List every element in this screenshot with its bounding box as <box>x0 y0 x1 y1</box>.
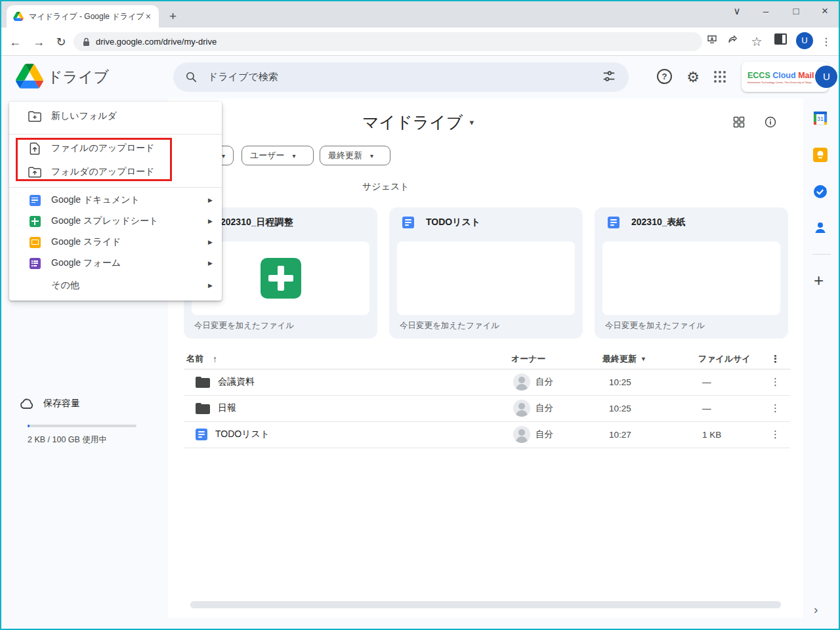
filter-chip-people[interactable]: ユーザー ▾ <box>242 146 314 165</box>
folder-icon <box>196 377 210 388</box>
account-avatar[interactable]: U <box>815 66 837 88</box>
file-row[interactable]: 会議資料 自分 10:25 — ⋮ <box>184 369 790 396</box>
menu-item-label: Google フォーム <box>51 257 121 269</box>
new-tab-button[interactable]: + <box>169 9 177 24</box>
install-icon[interactable] <box>706 33 723 51</box>
get-addons-plus-icon[interactable]: + <box>814 270 824 291</box>
lock-icon <box>83 37 90 47</box>
submenu-arrow-icon: ▶ <box>208 197 213 203</box>
back-button[interactable]: ← <box>7 33 24 51</box>
forms-icon <box>28 256 42 270</box>
row-more-icon[interactable]: ⋮ <box>770 421 780 448</box>
slides-icon <box>28 235 42 249</box>
side-panel-icon[interactable] <box>774 33 791 51</box>
column-size[interactable]: ファイルサイ <box>698 349 751 369</box>
contacts-icon[interactable] <box>812 220 831 238</box>
reload-button[interactable]: ↻ <box>52 33 70 51</box>
help-icon[interactable]: ? <box>657 69 672 84</box>
tab-close-icon[interactable]: × <box>144 11 152 22</box>
window-minimize-button[interactable]: – <box>755 3 777 20</box>
show-side-panel-chevron-icon[interactable]: › <box>814 602 818 617</box>
suggestion-card[interactable]: TODOリスト 今日変更を加えたファイル <box>389 207 583 339</box>
tab-title: マイドライブ - Google ドライブ <box>29 11 144 22</box>
docs-icon <box>608 217 620 228</box>
menu-item-google-slides[interactable]: Google スライド ▶ <box>9 232 222 253</box>
column-name[interactable]: 名前 ↑ <box>186 349 217 369</box>
docs-icon <box>196 429 207 440</box>
owner-cell: 自分 <box>513 395 553 421</box>
submenu-arrow-icon: ▶ <box>208 260 213 266</box>
card-footer: 今日変更を加えたファイル <box>605 320 705 331</box>
browser-avatar[interactable]: U <box>796 32 813 49</box>
row-more-icon[interactable]: ⋮ <box>770 369 780 395</box>
modified-cell: 10:25 <box>609 395 631 421</box>
table-header-more-icon[interactable]: ⋮ <box>770 349 780 369</box>
drive-favicon <box>13 12 24 21</box>
menu-item-google-sheets[interactable]: Google スプレッドシート ▶ <box>9 211 222 232</box>
chip-label: ユーザー <box>250 150 285 161</box>
chip-label: 最終更新 <box>328 150 362 161</box>
browser-tab[interactable]: マイドライブ - Google ドライブ × <box>7 5 159 28</box>
main-panel: マイドライブ ▾ 種類 ▾ ユーザー ▾ 最終更新 ▾ サジェスト 202310… <box>168 98 803 618</box>
title-caret-icon: ▾ <box>470 117 474 127</box>
file-row[interactable]: 日報 自分 10:25 — ⋮ <box>184 395 790 422</box>
filter-chip-modified[interactable]: 最終更新 ▾ <box>320 146 390 165</box>
browser-menu-icon[interactable]: ⋮ <box>818 33 835 51</box>
owner-name: 自分 <box>536 429 553 440</box>
file-row[interactable]: TODOリスト 自分 10:27 1 KB ⋮ <box>184 421 790 448</box>
share-icon[interactable] <box>727 33 744 51</box>
drive-app-name: ドライブ <box>47 67 109 87</box>
menu-item-label: Google スライド <box>51 236 121 248</box>
menu-item-more[interactable]: その他 ▶ <box>9 275 222 296</box>
tab-search-chevron-icon[interactable]: ∨ <box>726 3 748 20</box>
address-bar[interactable]: drive.google.com/drive/my-drive <box>74 32 702 51</box>
eccs-word3: Mail <box>798 71 814 80</box>
card-preview <box>397 242 575 315</box>
card-title: 202310_表紙 <box>631 217 686 228</box>
drive-logo[interactable] <box>16 64 43 89</box>
column-owner[interactable]: オーナー <box>511 349 546 369</box>
window-maximize-button[interactable]: □ <box>785 3 807 20</box>
sort-descending-icon: ▼ <box>640 356 646 362</box>
row-more-icon[interactable]: ⋮ <box>770 395 780 421</box>
calendar-icon[interactable]: 31 <box>812 110 831 129</box>
owner-avatar <box>513 426 530 443</box>
eccs-word2: Cloud <box>772 71 795 80</box>
menu-item-label: その他 <box>51 280 79 291</box>
suggestion-card[interactable]: 202310_表紙 今日変更を加えたファイル <box>595 207 788 339</box>
settings-gear-icon[interactable]: ⚙ <box>684 69 702 86</box>
chevron-down-icon: ▾ <box>293 152 296 159</box>
forward-button[interactable]: → <box>30 33 47 51</box>
drive-search-input[interactable]: ドライブで検索 <box>173 62 629 92</box>
menu-item-label: 新しいフォルダ <box>51 110 117 122</box>
url-text: drive.google.com/drive/my-drive <box>96 37 217 47</box>
eccs-account-button[interactable]: ECCS Cloud Mail Information Technology C… <box>742 62 829 92</box>
menu-item-google-forms[interactable]: Google フォーム ▶ <box>9 253 222 274</box>
menu-item-google-docs[interactable]: Google ドキュメント ▶ <box>9 190 222 211</box>
search-options-tune-icon[interactable] <box>602 69 619 86</box>
browser-tab-bar: マイドライブ - Google ドライブ × + ∨ – □ × <box>0 0 840 28</box>
size-cell: 1 KB <box>702 421 721 448</box>
size-cell: — <box>702 369 711 395</box>
menu-item-new-folder[interactable]: 新しいフォルダ <box>9 104 222 129</box>
sidebar-item-storage[interactable]: 保存容量 <box>18 398 80 410</box>
window-close-button[interactable]: × <box>814 3 836 20</box>
drive-header: ドライブ ドライブで検索 ? ⚙ ECCS Cloud Mail Informa… <box>0 56 840 98</box>
horizontal-scrollbar[interactable] <box>190 601 781 608</box>
page-title-dropdown[interactable]: マイドライブ ▾ <box>362 112 474 133</box>
tasks-icon[interactable] <box>812 184 831 202</box>
column-modified[interactable]: 最終更新 ▼ <box>602 349 646 369</box>
sheets-icon <box>28 214 42 228</box>
info-icon[interactable] <box>764 116 780 131</box>
google-apps-grid-icon[interactable] <box>714 71 726 83</box>
keep-icon[interactable] <box>812 147 831 165</box>
menu-divider <box>9 187 222 188</box>
owner-cell: 自分 <box>513 421 553 448</box>
bookmark-star-icon[interactable]: ☆ <box>748 33 765 51</box>
eccs-subtext: Information Technology Center, The Unive… <box>747 81 814 84</box>
search-icon <box>185 71 198 83</box>
docs-icon <box>28 193 42 207</box>
cloud-icon <box>18 398 34 410</box>
grid-view-toggle-icon[interactable] <box>732 116 748 131</box>
chevron-down-icon: ▾ <box>222 152 225 159</box>
